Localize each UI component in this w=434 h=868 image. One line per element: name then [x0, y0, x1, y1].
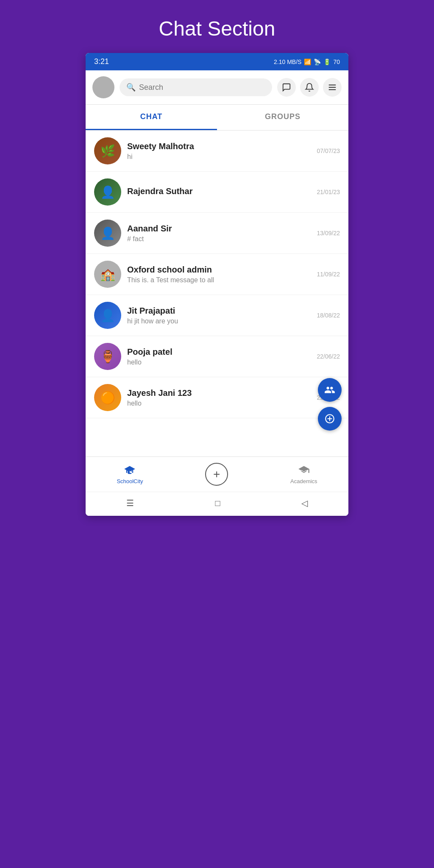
chat-date: 18/08/22	[317, 312, 340, 319]
chat-name: Jit Prajapati	[127, 306, 311, 316]
avatar: 👤	[94, 220, 121, 247]
chat-meta: 11/09/22	[317, 271, 340, 278]
chat-list: 🌿 Sweety Malhotra hi 07/07/23 👤 Rajendra…	[86, 131, 348, 418]
chat-name: Aanand Sir	[127, 224, 311, 234]
chat-meta: 07/07/23	[317, 147, 340, 154]
fab-spacer	[86, 418, 348, 456]
avatar: 🟠	[94, 384, 121, 411]
avatar: 🏺	[94, 343, 121, 370]
chat-bubble-button[interactable]	[277, 78, 296, 97]
chat-content: Sweety Malhotra hi	[127, 142, 311, 161]
chat-date: 13/09/22	[317, 230, 340, 236]
tabs-container: CHAT GROUPS	[86, 105, 348, 131]
header-icons	[277, 78, 342, 97]
chat-name: Pooja patel	[127, 347, 311, 357]
status-right: 2.10 MB/S 📶 📡 🔋 70	[274, 58, 340, 65]
list-item[interactable]: 🏺 Pooja patel hello 22/06/22	[86, 336, 348, 377]
chat-preview: hi	[127, 153, 311, 161]
chat-meta: 21/01/23	[317, 189, 340, 195]
chat-content: Jayesh Jani 123 hello	[127, 388, 311, 407]
chat-preview: hello	[127, 400, 311, 407]
new-group-fab[interactable]	[318, 378, 342, 402]
nav-add-button[interactable]: +	[205, 463, 228, 486]
chat-content: Oxford school admin This is. a Test mess…	[127, 265, 311, 284]
plus-icon: +	[213, 467, 220, 481]
chat-content: Rajendra Suthar	[127, 186, 311, 198]
chat-content: Jit Prajapati hi jit how are you	[127, 306, 311, 325]
bottom-nav: SchoolCity + Academics	[86, 456, 348, 492]
list-item[interactable]: 👤 Rajendra Suthar 21/01/23	[86, 172, 348, 213]
chat-content: Pooja patel hello	[127, 347, 311, 366]
avatar: 🌿	[94, 137, 121, 164]
battery-icon: 🔋	[323, 58, 331, 65]
avatar: 👤	[94, 302, 121, 329]
chat-meta: 13/09/22	[317, 230, 340, 236]
chat-meta: 18/08/22	[317, 312, 340, 319]
wifi-icon: 📶	[304, 58, 311, 65]
battery-level: 70	[333, 58, 340, 65]
chat-preview: # fact	[127, 235, 311, 243]
android-menu-icon[interactable]: ☰	[126, 498, 134, 508]
list-item[interactable]: 👤 Aanand Sir # fact 13/09/22	[86, 213, 348, 254]
nav-label-schoolcity: SchoolCity	[117, 478, 143, 484]
nav-label-academics: Academics	[290, 478, 317, 484]
status-bar: 3:21 2.10 MB/S 📶 📡 🔋 70	[86, 53, 348, 70]
chat-date: 11/09/22	[317, 271, 340, 278]
android-home-icon[interactable]: □	[215, 498, 220, 508]
chat-name: Oxford school admin	[127, 265, 311, 275]
chat-date: 07/07/23	[317, 147, 340, 154]
phone-frame: 3:21 2.10 MB/S 📶 📡 🔋 70 🔍	[86, 53, 348, 516]
android-back-icon[interactable]: ◁	[301, 498, 308, 508]
chat-date: 22/06/22	[317, 353, 340, 360]
page-title: Chat Section	[0, 17, 434, 40]
tab-chat[interactable]: CHAT	[86, 105, 217, 130]
status-speed: 2.10 MB/S	[274, 58, 301, 65]
list-item[interactable]: 👤 Jit Prajapati hi jit how are you 18/08…	[86, 295, 348, 336]
signal-icon: 📡	[314, 58, 321, 65]
list-item[interactable]: 🏫 Oxford school admin This is. a Test me…	[86, 254, 348, 295]
app-header: 🔍	[86, 70, 348, 105]
chat-name: Rajendra Suthar	[127, 186, 311, 196]
bell-button[interactable]	[300, 78, 319, 97]
avatar: 🏫	[94, 261, 121, 288]
tab-groups[interactable]: GROUPS	[217, 105, 348, 130]
search-input[interactable]	[139, 83, 265, 92]
chat-preview: This is. a Test message to all	[127, 276, 311, 284]
chat-meta: 22/06/22	[317, 353, 340, 360]
android-bar: ☰ □ ◁	[86, 492, 348, 516]
menu-button[interactable]	[323, 78, 342, 97]
new-chat-fab[interactable]	[318, 407, 342, 431]
avatar: 👤	[94, 178, 121, 206]
chat-preview: hello	[127, 359, 311, 366]
chat-name: Jayesh Jani 123	[127, 388, 311, 398]
search-icon: 🔍	[126, 83, 136, 92]
nav-item-academics[interactable]: Academics	[290, 465, 317, 484]
chat-name: Sweety Malhotra	[127, 142, 311, 151]
chat-date: 21/01/23	[317, 189, 340, 195]
chat-preview: hi jit how are you	[127, 317, 311, 325]
status-time: 3:21	[94, 57, 109, 66]
list-item[interactable]: 🌿 Sweety Malhotra hi 07/07/23	[86, 131, 348, 172]
chat-content: Aanand Sir # fact	[127, 224, 311, 243]
search-bar[interactable]: 🔍	[120, 78, 272, 96]
user-avatar[interactable]	[92, 76, 114, 98]
list-item[interactable]: 🟠 Jayesh Jani 123 hello 22/06/22	[86, 377, 348, 418]
nav-item-schoolcity[interactable]: SchoolCity	[117, 465, 143, 484]
outer-container: Chat Section 3:21 2.10 MB/S 📶 📡 🔋 70 🔍	[0, 0, 434, 868]
